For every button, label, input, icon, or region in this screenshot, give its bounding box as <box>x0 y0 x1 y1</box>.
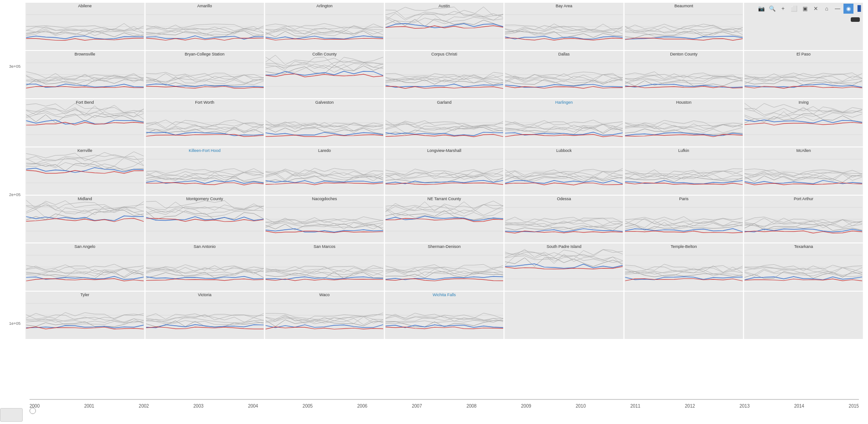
timeline-year-2003: 2003 <box>194 404 204 409</box>
chart-cell-Amarillo[interactable]: Amarillo <box>145 2 265 50</box>
chart-cell-Austin[interactable]: Austin <box>384 2 504 50</box>
chart-cell-46[interactable] <box>504 291 624 339</box>
chart-svg <box>265 147 384 195</box>
chart-cell-Lubbock[interactable]: Lubbock <box>504 147 624 195</box>
chart-cell-Garland[interactable]: Garland <box>384 99 504 147</box>
chart-cell-title: Texarkana <box>744 244 863 249</box>
timeline: 2000200120022003200420052006200720082009… <box>25 388 863 424</box>
chart-cell-Wichita Falls[interactable]: Wichita Falls <box>384 291 504 339</box>
chart-cell-Kerrville[interactable]: Kerrville <box>25 147 145 195</box>
chart-cell-Harlingen[interactable]: Harlingen <box>504 99 624 147</box>
compare-hover-button[interactable]: ◉ <box>843 4 853 14</box>
chart-cell-Laredo[interactable]: Laredo <box>264 147 384 195</box>
chart-cell-47[interactable] <box>624 291 744 339</box>
chart-cell-title: Wichita Falls <box>385 293 504 297</box>
zoom-button[interactable]: 🔍 <box>767 4 777 14</box>
y-tick: 1e+05 <box>9 321 20 326</box>
camera-button[interactable]: 📷 <box>756 4 766 14</box>
chart-cell-Montgomery County[interactable]: Montgomery County <box>145 195 265 243</box>
chart-svg <box>504 3 624 50</box>
chart-cell-Sherman-Denison[interactable]: Sherman-Denison <box>384 243 504 291</box>
chart-svg <box>744 99 863 146</box>
chart-svg <box>145 99 264 146</box>
play-button[interactable] <box>0 408 23 422</box>
chart-cell-Longview-Marshall[interactable]: Longview-Marshall <box>384 147 504 195</box>
chart-cell-Abilene[interactable]: Abilene <box>25 2 145 50</box>
timeline-year-2015: 2015 <box>849 404 859 409</box>
timeline-year-2006: 2006 <box>357 404 367 409</box>
chart-cell-Lufkin[interactable]: Lufkin <box>624 147 744 195</box>
timeline-year-2013: 2013 <box>739 404 749 409</box>
chart-cell-Bay Area[interactable]: Bay Area <box>504 2 624 50</box>
chart-cell-Texarkana[interactable]: Texarkana <box>743 243 863 291</box>
chart-svg <box>385 99 504 146</box>
chart-cell-Killeen-Fort Hood[interactable]: Killeen-Fort Hood <box>145 147 265 195</box>
chart-cell-title: Sherman-Denison <box>385 244 504 249</box>
chart-svg <box>624 292 743 339</box>
chart-cell-Brownsville[interactable]: Brownsville <box>25 50 145 99</box>
chart-cell-Collin County[interactable]: Collin County <box>264 50 384 99</box>
chart-cell-Denton County[interactable]: Denton County <box>624 50 744 99</box>
timeline-year-2014: 2014 <box>794 404 804 409</box>
chart-cell-title: South Padre Island <box>504 244 624 249</box>
chart-svg <box>385 196 504 243</box>
chart-cell-NE Tarrant County[interactable]: NE Tarrant County <box>384 195 504 243</box>
home-button[interactable]: ⌂ <box>822 4 832 14</box>
timeline-year-2009: 2009 <box>521 404 531 409</box>
chart-cell-San Antonio[interactable]: San Antonio <box>145 243 265 291</box>
chart-cell-Nacogdoches[interactable]: Nacogdoches <box>264 195 384 243</box>
chart-cell-Bryan-College Station[interactable]: Bryan-College Station <box>145 50 265 99</box>
dash-button[interactable]: — <box>833 4 843 14</box>
chart-svg <box>145 147 264 195</box>
chart-cell-Odessa[interactable]: Odessa <box>504 195 624 243</box>
timeline-bar[interactable] <box>30 399 859 400</box>
plus-button[interactable]: + <box>778 4 788 14</box>
chart-cell-Midland[interactable]: Midland <box>25 195 145 243</box>
chart-cell-title: Waco <box>265 293 384 297</box>
chart-svg <box>624 196 743 243</box>
timeline-year-2002: 2002 <box>139 404 149 409</box>
chart-cell-Tyler[interactable]: Tyler <box>25 291 145 339</box>
chart-cell-title: Fort Worth <box>145 100 264 105</box>
chart-cell-San Angelo[interactable]: San Angelo <box>25 243 145 291</box>
chart-cell-South Padre Island[interactable]: South Padre Island <box>504 243 624 291</box>
chart-cell-Beaumont[interactable]: Beaumont <box>624 2 744 50</box>
chart-cell-El Paso[interactable]: El Paso <box>743 50 863 99</box>
chart-cell-title: Lubbock <box>504 148 624 153</box>
chart-cell-title: Harlingen <box>504 100 624 105</box>
timeline-year-2007: 2007 <box>412 404 422 409</box>
chart-cell-San Marcos[interactable]: San Marcos <box>264 243 384 291</box>
chart-cell-Waco[interactable]: Waco <box>264 291 384 339</box>
rect-select-button[interactable]: ⬜ <box>789 4 799 14</box>
chart-cell-Corpus Christi[interactable]: Corpus Christi <box>384 50 504 99</box>
chart-cell-title: Laredo <box>265 148 384 153</box>
square-button[interactable]: ▣ <box>800 4 810 14</box>
chart-grid-container: AbileneAmarilloArlingtonAustinBay AreaBe… <box>25 2 863 388</box>
chart-cell-McAllen[interactable]: McAllen <box>743 147 863 195</box>
chart-cell-title: Killeen-Fort Hood <box>145 148 264 153</box>
svg-rect-181 <box>505 292 623 339</box>
cross-button[interactable]: ✕ <box>811 4 821 14</box>
chart-cell-48[interactable] <box>743 291 863 339</box>
chart-cell-title: Corpus Christi <box>385 52 504 56</box>
chart-svg <box>25 243 145 291</box>
chart-cell-Irving[interactable]: Irving <box>743 99 863 147</box>
timeline-thumb[interactable] <box>30 408 36 414</box>
chart-cell-Dallas[interactable]: Dallas <box>504 50 624 99</box>
chart-cell-Fort Bend[interactable]: Fort Bend <box>25 99 145 147</box>
chart-cell-Temple-Belton[interactable]: Temple-Belton <box>624 243 744 291</box>
chart-cell-Fort Worth[interactable]: Fort Worth <box>145 99 265 147</box>
chart-cell-Paris[interactable]: Paris <box>624 195 744 243</box>
chart-cell-title: Denton County <box>624 52 743 56</box>
chart-cell-title: San Antonio <box>145 244 264 249</box>
toolbar: 📷 🔍 + ⬜ ▣ ✕ ⌂ — ◉ ▊ <box>756 4 864 14</box>
chart-cell-Galveston[interactable]: Galveston <box>264 99 384 147</box>
bar-chart-button[interactable]: ▊ <box>854 4 864 14</box>
chart-cell-Victoria[interactable]: Victoria <box>145 291 265 339</box>
chart-cell-Arlington[interactable]: Arlington <box>264 2 384 50</box>
chart-svg <box>504 51 624 98</box>
chart-cell-Houston[interactable]: Houston <box>624 99 744 147</box>
chart-cell-Port Arthur[interactable]: Port Arthur <box>743 195 863 243</box>
chart-svg <box>504 147 624 195</box>
chart-cell-title: Paris <box>624 197 743 201</box>
